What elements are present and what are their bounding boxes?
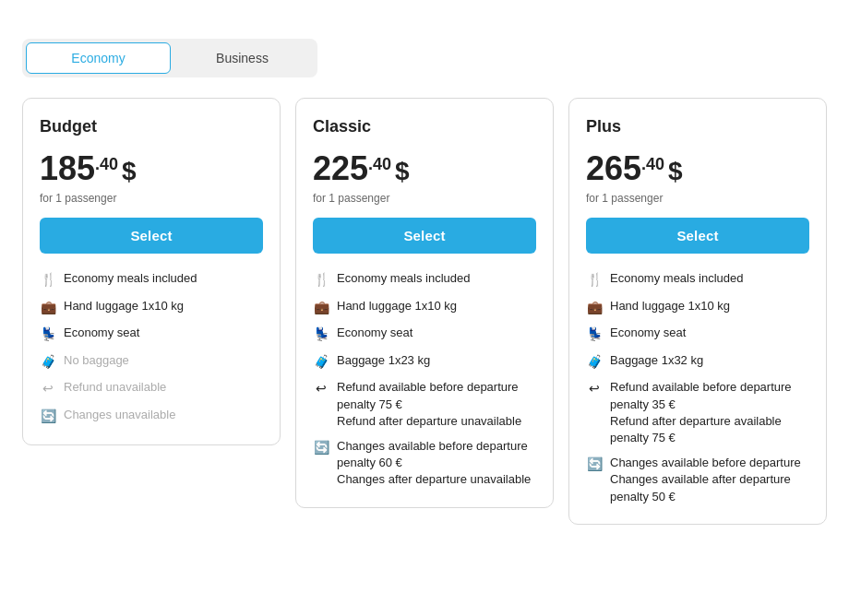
feature-text: Economy seat [64,325,263,341]
feature-icon: 💼 [313,299,329,317]
feature-item: ↩Refund unavailable [40,379,263,398]
card-plus-select-button[interactable]: Select [586,218,809,254]
card-plus-title: Plus [586,117,809,136]
feature-item: 🧳No baggage [40,352,263,372]
feature-icon: 💺 [313,326,329,344]
feature-text: Economy meals included [337,270,536,287]
feature-item: 💼Hand luggage 1x10 kg [313,298,536,317]
feature-icon: 🧳 [586,353,603,372]
feature-icon: 💺 [586,326,603,344]
card-classic-price-main: 225 [313,149,368,188]
feature-icon: 🧳 [40,353,56,372]
feature-text: Economy seat [337,325,536,341]
feature-text: Refund available before departure penalt… [337,379,536,430]
feature-icon: 🔄 [586,456,603,474]
card-budget-price-currency: $ [122,157,137,186]
feature-item: 🍴Economy meals included [313,270,536,290]
feature-text: Changes unavailable [64,407,263,423]
feature-icon: 🍴 [40,271,56,290]
feature-item: 💺Economy seat [313,325,536,344]
card-plus-price-row: 265 .40 $ [586,149,809,188]
card-classic-price-sup: .40 [368,155,391,174]
feature-item: 💼Hand luggage 1x10 kg [40,298,263,317]
tab-bar: Economy Business [22,39,317,77]
card-budget: Budget 185 .40 $ for 1 passenger Select … [22,98,281,445]
card-classic-price-label: for 1 passenger [313,192,536,205]
feature-icon: ↩ [40,380,56,398]
feature-text: Hand luggage 1x10 kg [610,298,809,314]
feature-text: Refund available before departure penalt… [610,379,809,446]
feature-icon: 🍴 [586,271,603,290]
feature-text: Economy meals included [610,270,809,287]
feature-item: 🔄Changes available before departure pena… [313,438,536,489]
feature-item: 💼Hand luggage 1x10 kg [586,298,809,317]
feature-icon: 🔄 [40,408,56,426]
cards-row: Budget 185 .40 $ for 1 passenger Select … [22,98,827,525]
feature-icon: 🧳 [313,353,329,372]
feature-item: 🍴Economy meals included [40,270,263,290]
feature-item: ↩Refund available before departure penal… [586,379,809,446]
feature-icon: 🔄 [313,439,329,457]
feature-icon: 💼 [40,299,56,317]
feature-text: Economy meals included [64,270,263,287]
feature-text: Baggage 1x23 kg [337,352,536,369]
feature-text: No baggage [64,352,263,369]
feature-item: 🧳Baggage 1x23 kg [313,352,536,372]
feature-text: Economy seat [610,325,809,341]
feature-icon: 💺 [40,326,56,344]
card-budget-select-button[interactable]: Select [40,218,263,254]
feature-item: 🧳Baggage 1x32 kg [586,352,809,372]
feature-text: Hand luggage 1x10 kg [64,298,263,314]
tab-business[interactable]: Business [171,42,314,74]
feature-item: 🔄Changes unavailable [40,407,263,426]
card-plus-feature-list: 🍴Economy meals included💼Hand luggage 1x1… [586,270,809,505]
card-classic-select-button[interactable]: Select [313,218,536,254]
card-classic-price-row: 225 .40 $ [313,149,536,188]
card-classic-price-currency: $ [395,157,410,186]
feature-icon: 🍴 [313,271,329,290]
card-plus: Plus 265 .40 $ for 1 passenger Select 🍴E… [568,98,827,525]
feature-item: 💺Economy seat [40,325,263,344]
card-budget-price-row: 185 .40 $ [40,149,263,188]
feature-item: 🔄Changes available before departure Chan… [586,455,809,505]
feature-item: ↩Refund available before departure penal… [313,379,536,430]
feature-icon: ↩ [586,380,603,398]
feature-item: 🍴Economy meals included [586,270,809,290]
card-budget-feature-list: 🍴Economy meals included💼Hand luggage 1x1… [40,270,263,426]
feature-item: 💺Economy seat [586,325,809,344]
feature-text: Changes available before departure Chang… [610,455,809,505]
card-classic: Classic 225 .40 $ for 1 passenger Select… [295,98,554,508]
card-classic-title: Classic [313,117,536,136]
feature-text: Hand luggage 1x10 kg [337,298,536,314]
feature-text: Changes available before departure penal… [337,438,536,489]
card-plus-price-main: 265 [586,149,641,188]
card-budget-price-sup: .40 [95,155,118,174]
card-classic-feature-list: 🍴Economy meals included💼Hand luggage 1x1… [313,270,536,489]
card-plus-price-label: for 1 passenger [586,192,809,205]
tab-economy[interactable]: Economy [26,42,171,74]
feature-text: Refund unavailable [64,379,263,396]
card-budget-price-label: for 1 passenger [40,192,263,205]
feature-icon: 💼 [586,299,603,317]
feature-icon: ↩ [313,380,329,398]
card-plus-price-sup: .40 [641,155,664,174]
card-plus-price-currency: $ [668,157,683,186]
feature-text: Baggage 1x32 kg [610,352,809,369]
card-budget-price-main: 185 [40,149,95,188]
card-budget-title: Budget [40,117,263,136]
